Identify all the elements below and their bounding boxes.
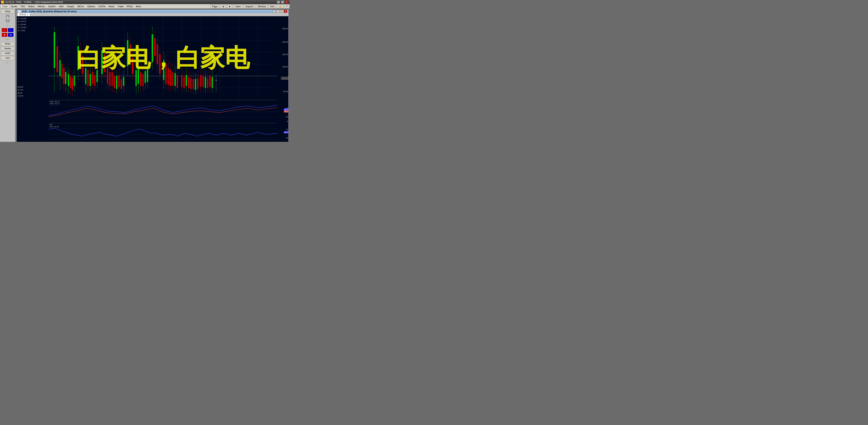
sidebar-red-icon-2[interactable]: ✕ xyxy=(2,33,7,37)
title-account: P002 xyxy=(16,1,22,3)
svg-rect-142 xyxy=(205,77,206,88)
studies-button[interactable]: Studies xyxy=(1,46,14,51)
ohlc-open: O= 115.65 xyxy=(18,17,48,20)
chart-search-button[interactable]: 🔍 xyxy=(273,10,276,13)
menu-quote[interactable]: Quote xyxy=(9,4,19,8)
help-button[interactable]: ? xyxy=(284,4,289,8)
menu-rfqs[interactable]: RFQs xyxy=(125,4,134,8)
menu-news[interactable]: News xyxy=(107,4,116,8)
exit-button[interactable]: Exit xyxy=(269,4,276,8)
app-title: 11:32:14 P002 174856 - CQG Integrated Cl… xyxy=(5,1,277,3)
menu-alert[interactable]: Alert xyxy=(57,4,65,8)
menu-bar: Chart Quote T&S Status MScan SupSrv Aler… xyxy=(0,4,289,9)
rsi-value-label: RSI= 50.50 xyxy=(50,126,59,128)
sidebar-print-icon[interactable] xyxy=(1,14,14,18)
chart-tabbar: KCE.Q ✕ xyxy=(17,13,288,16)
svg-rect-42 xyxy=(74,76,75,86)
ssd-label: SSD= 36.14 xyxy=(50,103,60,105)
chart-area: O= 115.65 H= 119.75 L= 115.65 C= 119.40 … xyxy=(17,16,288,142)
page-button[interactable]: Page xyxy=(210,4,219,8)
close-button[interactable]: ✕ xyxy=(285,1,288,3)
svg-rect-46 xyxy=(80,50,81,66)
ohlc-high: H= 119.75 xyxy=(18,20,48,23)
svg-rect-148 xyxy=(212,77,213,88)
chart-tab-close-button[interactable]: ✕ xyxy=(27,13,28,16)
svg-rect-126 xyxy=(186,75,187,86)
svg-rect-70 xyxy=(112,72,113,86)
svg-rect-94 xyxy=(142,74,144,86)
ohlc-low: L= 115.65 xyxy=(18,23,48,26)
rsi-badge: 50.5 xyxy=(284,131,288,133)
sidebar-red-icon-1[interactable]: + xyxy=(2,28,7,32)
chart-title: KCE - Coffee (ICE), Quarterly (Delayed b… xyxy=(22,10,273,12)
svg-rect-72 xyxy=(114,76,115,88)
chart-min-button[interactable]: _ xyxy=(276,10,280,13)
title-time: 11:32:14 xyxy=(5,1,14,3)
svg-rect-122 xyxy=(181,75,182,87)
svg-rect-106 xyxy=(159,54,160,74)
svg-rect-48 xyxy=(82,56,83,74)
chart-panels: 白家电，白家电 SSK= 45.22 SSD= 36.14 xyxy=(49,16,277,142)
menu-ts[interactable]: T&S xyxy=(19,4,26,8)
menu-trade[interactable]: Trade xyxy=(116,4,125,8)
rsi-25: 25 xyxy=(286,137,288,139)
title-id: 174856 xyxy=(24,1,32,3)
rsi-chart-svg xyxy=(49,123,277,142)
window-button[interactable]: Window xyxy=(256,4,268,8)
title-bar: ■ 11:32:14 P002 174856 - CQG Integrated … xyxy=(0,0,289,4)
svg-rect-116 xyxy=(172,72,174,86)
menu-status[interactable]: Status xyxy=(26,4,36,8)
ohlc-delta: Δ= +3.85 xyxy=(18,29,48,32)
maximize-button[interactable]: □ xyxy=(281,1,284,3)
toolbar-right: Page ◄ ► Save Support Window Exit 🔒 ? xyxy=(210,4,289,8)
svg-rect-120 xyxy=(177,75,178,88)
minimize-button[interactable]: _ xyxy=(277,1,280,3)
chart-close-button[interactable]: ✕ xyxy=(284,10,287,13)
intd-button[interactable]: <IntD> xyxy=(1,51,14,56)
menu-ordtkt[interactable]: OrdTkt xyxy=(97,4,107,8)
menu-supsrv[interactable]: SupSrv xyxy=(46,4,57,8)
price-50: 50.00 xyxy=(283,91,288,93)
sidebar-nav-bottom: • + • xyxy=(6,61,10,65)
chart-max-button[interactable]: □ xyxy=(280,10,283,13)
support-button[interactable]: Support xyxy=(243,4,255,8)
svg-rect-28 xyxy=(59,60,61,76)
chart-icon-small: 📈 xyxy=(18,10,21,13)
chart-titlebar: 📈 KCE - Coffee (ICE), Quarterly (Delayed… xyxy=(17,10,288,13)
svg-rect-128 xyxy=(188,77,189,88)
setup-button[interactable]: Setup xyxy=(1,9,14,13)
sidebar-email-icon[interactable] xyxy=(1,19,14,23)
sidebar-blue-icon-2[interactable]: ✕ xyxy=(8,33,13,37)
svg-rect-76 xyxy=(118,75,120,87)
svg-rect-82 xyxy=(127,40,128,66)
lock-button[interactable]: 🔒 xyxy=(277,4,283,8)
current-price-badge: 119.40 xyxy=(281,77,288,79)
menu-chart[interactable]: Chart xyxy=(0,4,9,8)
svg-rect-68 xyxy=(109,72,111,86)
list-button[interactable]: <list> xyxy=(1,56,14,60)
next-button[interactable]: ► xyxy=(227,4,233,8)
sidebar-nav-up: • + • xyxy=(6,24,10,27)
prev-button[interactable]: ◄ xyxy=(220,4,226,8)
svg-rect-118 xyxy=(175,73,176,86)
rescl-button[interactable]: ReScl xyxy=(1,42,14,46)
price-300: 300.00 xyxy=(282,28,288,30)
svg-rect-132 xyxy=(192,79,194,89)
menu-snapq[interactable]: SnapQ xyxy=(65,4,75,8)
stochastic-panel: SSK= 45.22 SSD= 36.14 xyxy=(49,100,277,124)
sidebar: Setup • + • + + ✕ ✕ • + • ReScl Studies xyxy=(0,9,16,142)
main-price-panel[interactable]: 白家电，白家电 xyxy=(49,16,277,100)
menu-mscan[interactable]: MScan xyxy=(36,4,46,8)
chart-tab-kceq[interactable]: KCE.Q ✕ xyxy=(18,13,30,16)
menu-more[interactable]: More xyxy=(134,4,143,8)
menu-options[interactable]: Options xyxy=(86,4,97,8)
save-button[interactable]: Save xyxy=(234,4,243,8)
svg-rect-58 xyxy=(94,75,95,86)
sidebar-blue-icon-1[interactable]: + xyxy=(8,28,13,32)
svg-rect-52 xyxy=(87,70,89,86)
svg-rect-140 xyxy=(203,76,204,87)
sidebar-nav-mid: • + • xyxy=(6,37,10,41)
svg-rect-112 xyxy=(168,68,169,85)
svg-rect-150 xyxy=(215,80,217,80)
menu-allcon[interactable]: AllCon xyxy=(76,4,86,8)
